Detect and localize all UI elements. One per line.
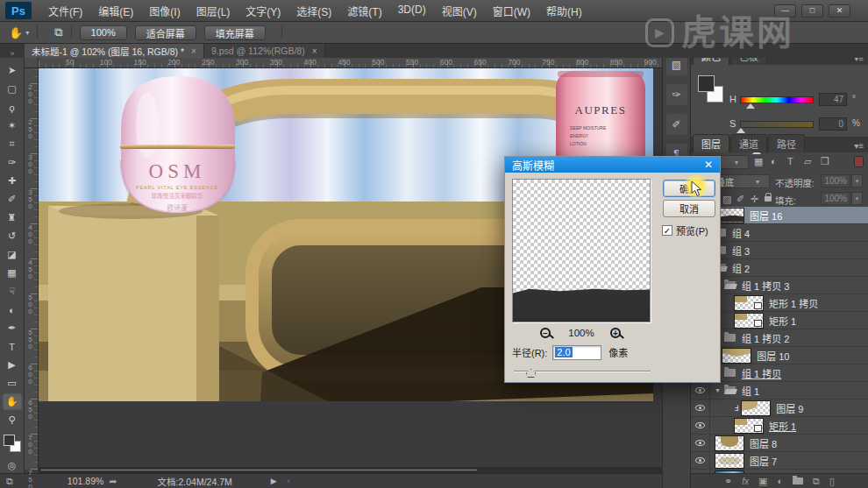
- marquee-tool[interactable]: ▢: [2, 80, 23, 98]
- add-mask-icon[interactable]: ▣: [758, 476, 767, 487]
- slider-track-s[interactable]: [740, 121, 814, 128]
- fit-screen-button[interactable]: 适合屏幕: [135, 25, 196, 40]
- chevron-down-icon[interactable]: ▾: [25, 29, 29, 37]
- menu-item-7[interactable]: 滤镜(T): [339, 4, 389, 18]
- move-tool[interactable]: ➤: [2, 61, 23, 80]
- tab-channels[interactable]: 通道: [730, 134, 767, 152]
- color-swatches[interactable]: [2, 435, 23, 457]
- eraser-tool[interactable]: ◪: [2, 245, 23, 264]
- status-expand-icon[interactable]: ‹: [288, 477, 290, 485]
- adjustment-layer-icon[interactable]: ◐: [777, 476, 783, 486]
- eye-icon[interactable]: [695, 440, 705, 446]
- lasso-tool[interactable]: ϙ: [2, 98, 23, 117]
- dodge-tool[interactable]: ◐: [2, 301, 23, 319]
- visibility-cell[interactable]: [691, 382, 710, 399]
- layer-thumbnail[interactable]: [734, 295, 764, 311]
- share-icon[interactable]: ➦: [109, 476, 117, 487]
- layer-thumbnail[interactable]: [715, 453, 744, 469]
- delete-layer-icon[interactable]: ▯: [829, 476, 835, 487]
- eye-icon[interactable]: [695, 405, 705, 411]
- panel-brush-presets-icon[interactable]: ✑: [666, 84, 687, 105]
- zoom-tool[interactable]: ⚲: [2, 411, 23, 429]
- close-button[interactable]: ✕: [829, 4, 850, 18]
- filter-shape-layers-icon[interactable]: ▱: [804, 156, 811, 167]
- menu-item-11[interactable]: 帮助(H): [538, 4, 590, 18]
- collapse-tabs-icon[interactable]: »: [0, 49, 25, 58]
- quick-mask-icon[interactable]: ◎: [8, 460, 17, 471]
- new-layer-icon[interactable]: ⧉: [813, 476, 820, 487]
- tab-paths[interactable]: 路径: [768, 134, 805, 152]
- status-zoom-level[interactable]: 101.89%: [68, 476, 103, 486]
- dialog-titlebar[interactable]: 高斯模糊 ✕: [505, 157, 720, 173]
- fill-dropdown-icon[interactable]: ▾: [851, 192, 863, 205]
- eye-icon[interactable]: [695, 422, 705, 428]
- brush-tool[interactable]: ✐: [2, 190, 23, 209]
- filter-type-layers-icon[interactable]: T: [787, 156, 793, 166]
- visibility-cell[interactable]: [691, 435, 710, 451]
- menu-item-6[interactable]: 选择(S): [288, 4, 339, 18]
- document-tab-1[interactable]: 未标题-1 @ 102% (图层 16, RGB/8) *×: [25, 44, 204, 58]
- filter-pixel-layers-icon[interactable]: ▦: [754, 156, 763, 167]
- new-group-icon[interactable]: [793, 477, 803, 484]
- layer-thumbnail[interactable]: [734, 418, 764, 434]
- foreground-color-swatch[interactable]: [698, 75, 715, 92]
- dialog-close-icon[interactable]: ✕: [704, 159, 713, 171]
- opacity-dropdown-icon[interactable]: ▾: [851, 174, 863, 187]
- scroll-all-windows-icon[interactable]: ⧉: [54, 25, 62, 39]
- layer-thumbnail[interactable]: [734, 313, 764, 329]
- crop-tool[interactable]: ⌗: [2, 135, 23, 153]
- eyedropper-tool[interactable]: ✑: [2, 153, 23, 172]
- history-brush-tool[interactable]: ↺: [2, 227, 23, 245]
- lock-paint-icon[interactable]: ✐: [736, 194, 744, 205]
- type-tool[interactable]: T: [2, 337, 23, 356]
- layer-thumbnail[interactable]: [722, 348, 751, 364]
- menu-item-1[interactable]: 文件(F): [40, 4, 90, 18]
- menu-item-3[interactable]: 图像(I): [141, 4, 188, 18]
- panel-brush-icon[interactable]: ✐: [666, 114, 687, 135]
- eye-icon[interactable]: [695, 457, 705, 463]
- maximize-button[interactable]: □: [801, 4, 823, 18]
- layer-row-13[interactable]: 矩形 1: [691, 417, 868, 435]
- magic-wand-tool[interactable]: ✶: [2, 117, 23, 135]
- layer-row-11[interactable]: ▼组 1: [691, 382, 868, 400]
- fill-value[interactable]: 100%: [821, 192, 850, 205]
- slider-track-h[interactable]: [740, 96, 814, 103]
- visibility-cell[interactable]: [691, 400, 710, 416]
- radius-slider[interactable]: [514, 367, 651, 378]
- visibility-cell[interactable]: [691, 452, 710, 469]
- layer-row-12[interactable]: Ⅎ图层 9: [691, 400, 868, 417]
- layer-row-14[interactable]: 图层 8: [691, 435, 868, 452]
- tab-close-icon[interactable]: ×: [312, 46, 317, 56]
- clone-stamp-tool[interactable]: ♜: [2, 209, 23, 227]
- slider-thumb[interactable]: [736, 128, 745, 133]
- gradient-tool[interactable]: ▦: [2, 264, 23, 282]
- tab-layers[interactable]: 图层: [693, 134, 729, 152]
- status-play-icon[interactable]: ▶: [271, 477, 277, 485]
- opacity-value[interactable]: 100%: [821, 174, 850, 187]
- menu-item-5[interactable]: 文字(Y): [238, 4, 288, 18]
- link-layers-icon[interactable]: ⚭: [724, 476, 732, 487]
- layer-thumbnail[interactable]: [715, 435, 744, 451]
- fill-screen-button[interactable]: 填充屏幕: [204, 25, 266, 40]
- lock-transparent-icon[interactable]: ▨: [722, 194, 731, 205]
- preview-checkbox[interactable]: ✓ 预览(P): [662, 223, 708, 237]
- menu-item-2[interactable]: 编辑(E): [90, 4, 141, 18]
- lock-all-icon[interactable]: [765, 196, 772, 202]
- menu-item-9[interactable]: 视图(V): [434, 4, 485, 18]
- path-select-tool[interactable]: ▶: [2, 356, 23, 374]
- zoom-100-button[interactable]: 100%: [80, 25, 127, 40]
- layer-thumbnail[interactable]: [741, 400, 771, 416]
- filter-smart-objects-icon[interactable]: ❒: [821, 156, 829, 167]
- filter-adjustment-layers-icon[interactable]: ◐: [771, 156, 777, 166]
- layer-style-icon[interactable]: fx: [742, 477, 749, 486]
- lock-move-icon[interactable]: ✛: [751, 194, 758, 205]
- cancel-button[interactable]: 取消: [663, 200, 715, 217]
- pen-tool[interactable]: ✒: [2, 319, 23, 337]
- slider-value[interactable]: 0: [819, 117, 847, 131]
- healing-brush-tool[interactable]: ✚: [2, 172, 23, 190]
- zoom-in-icon[interactable]: +: [610, 328, 621, 338]
- smudge-tool[interactable]: ☟: [2, 282, 23, 301]
- slider-thumb[interactable]: [746, 103, 755, 109]
- screen-mode-icon[interactable]: ⧉: [6, 476, 13, 487]
- blur-preview[interactable]: [512, 179, 651, 322]
